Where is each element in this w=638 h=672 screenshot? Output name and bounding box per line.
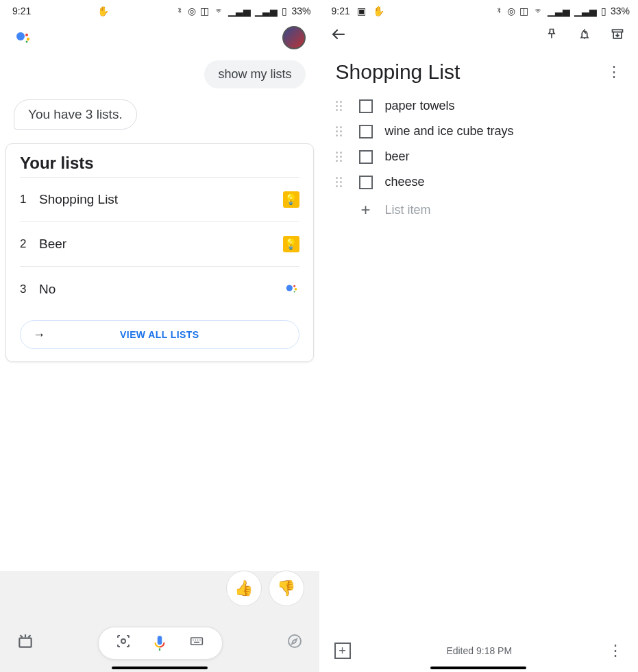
card-title: Your lists (20, 154, 299, 173)
pin-icon[interactable] (545, 27, 559, 45)
add-button[interactable]: + (334, 643, 351, 659)
list-number: 3 (20, 283, 39, 296)
list-row[interactable]: 3 No (20, 266, 299, 312)
signal-icon: ▁▃▅ (228, 5, 251, 16)
bluetooth-icon (175, 6, 184, 16)
svg-rect-8 (19, 638, 31, 647)
list-number: 2 (20, 237, 39, 251)
checkbox[interactable] (359, 150, 373, 164)
page-title[interactable]: Shopping List (336, 60, 461, 84)
drag-handle-icon[interactable] (336, 101, 347, 111)
assistant-icon (284, 280, 299, 298)
view-all-label: VIEW ALL LISTS (120, 329, 199, 340)
status-bar: 9:21 ✋ ◎ ◫ ▁▃▅ ▁▃▅ ▯ 33% (0, 0, 319, 16)
archive-icon[interactable] (611, 27, 624, 44)
checkbox[interactable] (359, 125, 373, 139)
drag-handle-icon[interactable] (336, 126, 347, 136)
keep-icon: 💡 (283, 236, 299, 252)
battery-pct: 33% (611, 5, 630, 16)
svg-point-7 (293, 291, 295, 292)
image-icon: ▣ (357, 5, 366, 16)
keep-icon: 💡 (283, 191, 299, 208)
item-text[interactable]: cheese (385, 175, 425, 189)
thumbs-down-button[interactable]: 👎 (269, 571, 304, 606)
list-row[interactable]: 1 Shopping List 💡 (20, 177, 299, 221)
home-indicator[interactable] (430, 667, 526, 669)
item-text[interactable]: beer (385, 149, 410, 164)
assistant-message-bubble: You have 3 lists. (14, 99, 137, 130)
svg-rect-12 (613, 29, 623, 32)
svg-point-3 (26, 41, 28, 43)
edited-timestamp: Edited 9:18 PM (446, 645, 512, 656)
list-item[interactable]: cheese (336, 169, 622, 195)
svg-point-1 (25, 34, 28, 36)
touch-icon: ✋ (97, 5, 109, 16)
arrow-right-icon: → (33, 328, 45, 342)
explore-icon[interactable] (286, 633, 303, 653)
plus-icon: + (359, 200, 373, 219)
back-button[interactable] (330, 26, 347, 45)
items-list: paper towels wine and ice cube trays bee… (319, 93, 639, 225)
battery-icon: ▯ (601, 5, 606, 16)
thumbs-up-button[interactable]: 👍 (226, 571, 262, 606)
checkbox[interactable] (359, 176, 373, 189)
svg-point-2 (27, 38, 29, 40)
list-item[interactable]: beer (336, 144, 622, 169)
touch-icon: ✋ (373, 5, 384, 16)
lens-icon[interactable] (115, 633, 132, 653)
vibrate-icon: ◫ (200, 5, 209, 16)
user-message-bubble: show my lists (204, 60, 305, 88)
wifi-icon (213, 7, 224, 15)
drag-handle-icon[interactable] (336, 152, 347, 162)
add-item-row[interactable]: + List item (336, 195, 622, 225)
location-icon: ◎ (507, 5, 515, 16)
assistant-logo-icon (15, 30, 32, 45)
input-pill (98, 627, 223, 660)
list-row[interactable]: 2 Beer 💡 (20, 221, 299, 266)
lists-card: Your lists 1 Shopping List 💡 2 Beer 💡 3 … (5, 143, 314, 362)
svg-point-5 (293, 285, 295, 287)
battery-icon: ▯ (282, 5, 287, 16)
add-item-placeholder: List item (385, 203, 431, 217)
profile-avatar[interactable] (282, 26, 306, 49)
svg-point-4 (286, 285, 292, 291)
list-name: Shopping List (39, 192, 283, 207)
signal-icon: ▁▃▅ (548, 5, 570, 16)
home-indicator[interactable] (112, 667, 208, 669)
view-all-lists-button[interactable]: → VIEW ALL LISTS (20, 320, 299, 349)
svg-point-9 (121, 639, 125, 643)
checkbox[interactable] (359, 99, 373, 113)
more-icon[interactable]: ⋮ (608, 642, 623, 660)
clock: 9:21 (12, 5, 31, 16)
wifi-icon (532, 7, 543, 15)
item-text[interactable]: wine and ice cube trays (385, 124, 514, 139)
keyboard-icon[interactable] (188, 634, 206, 652)
location-icon: ◎ (188, 5, 196, 16)
updates-icon[interactable] (16, 632, 34, 654)
list-item[interactable]: wine and ice cube trays (336, 119, 622, 144)
list-number: 1 (20, 193, 39, 206)
list-name: Beer (39, 237, 283, 252)
list-item[interactable]: paper towels (336, 93, 622, 119)
more-icon[interactable]: ⋮ (606, 63, 622, 81)
status-bar: 9:21 ▣ ✋ ◎ ◫ ▁▃▅ ▁▃▅ ▯ 33% (319, 0, 639, 16)
svg-point-11 (289, 635, 301, 647)
item-text[interactable]: paper towels (385, 99, 455, 113)
battery-pct: 33% (291, 5, 310, 16)
signal2-icon: ▁▃▅ (574, 5, 597, 16)
list-name: No (39, 282, 284, 297)
svg-rect-10 (191, 638, 202, 645)
signal2-icon: ▁▃▅ (255, 5, 278, 16)
vibrate-icon: ◫ (519, 5, 528, 16)
clock: 9:21 (332, 5, 350, 16)
mic-icon[interactable] (151, 634, 169, 653)
reminder-icon[interactable] (578, 27, 591, 45)
drag-handle-icon[interactable] (336, 177, 347, 187)
bluetooth-icon (495, 6, 503, 16)
svg-point-6 (294, 288, 297, 291)
svg-point-0 (16, 32, 25, 40)
